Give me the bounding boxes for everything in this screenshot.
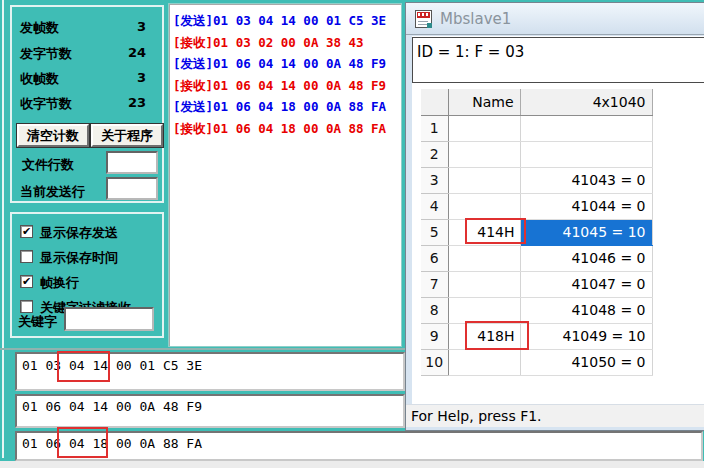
row-number[interactable]: 2 [421,141,448,167]
grid-row: 4 41044 = 0 [421,193,652,219]
current-send-line-input[interactable] [106,177,158,200]
log-line-recv: [接收]01 03 02 00 0A 38 43 [173,32,401,54]
screen: 发帧数 3 发字节数 24 收帧数 3 收字节数 23 清空计数 关于程序 文件… [0,0,704,468]
grid-corner-cell[interactable] [421,89,448,115]
grid-row: 1 [421,115,652,141]
recv-bytes-label: 收字节数 [20,95,72,113]
show-save-time-label: 显示保存时间 [40,249,118,267]
current-send-line-label: 当前发送行 [20,183,85,201]
annotation-box-04-18 [57,427,108,458]
grid-row-selected: 5 414H 41045 = 10 [421,219,652,245]
row-number[interactable]: 9 [421,323,448,349]
register-grid: Name 4x1040 1 2 3 41043 = 0 4 4104 [421,89,653,376]
row-number[interactable]: 5 [421,219,448,245]
row-number[interactable]: 1 [421,115,448,141]
sent-bytes-label: 发字节数 [20,45,72,63]
row-number[interactable]: 8 [421,297,448,323]
mbslave-titlebar[interactable]: Mbslave1 [406,3,704,35]
name-cell[interactable] [448,193,520,219]
log-line-send: [发送]01 06 04 14 00 0A 48 F9 [173,53,401,75]
grid-row: 3 41043 = 0 [421,167,652,193]
name-cell[interactable] [448,349,520,375]
row-number[interactable]: 4 [421,193,448,219]
grid-col-header-name[interactable]: Name [448,89,520,115]
row-number[interactable]: 7 [421,271,448,297]
name-cell[interactable] [448,141,520,167]
show-save-time-checkbox[interactable] [20,250,33,263]
send-line-input-2[interactable]: 01 06 04 14 00 0A 48 F9 [15,394,405,428]
register-cell[interactable]: 41049 = 10 [520,323,652,349]
status-bar: For Help, press F1. [406,404,704,427]
name-cell[interactable] [448,167,520,193]
frame-newline-checkbox[interactable]: ✔ [20,275,33,288]
register-cell[interactable]: 41043 = 0 [520,167,652,193]
register-cell[interactable] [520,141,652,167]
frame-newline-label: 帧换行 [40,274,79,292]
grid-row: 6 41046 = 0 [421,245,652,271]
keyword-filter-checkbox[interactable] [20,300,33,313]
mbslave-window: Mbslave1 ID = 1: F = 03 Name 4x1040 1 2 … [405,2,704,431]
grid-row: 8 41048 = 0 [421,297,652,323]
grid-row: 9 418H 41049 = 10 [421,323,652,349]
register-cell[interactable]: 41050 = 0 [520,349,652,375]
log-line-send: [发送]01 03 04 14 00 01 C5 3E [173,10,401,32]
keyword-input[interactable] [64,307,154,331]
stats-groupbox: 发帧数 3 发字节数 24 收帧数 3 收字节数 23 清空计数 关于程序 文件… [10,5,164,203]
register-cell[interactable]: 41046 = 0 [520,245,652,271]
annotation-box-04-14 [57,351,110,382]
file-lines-label: 文件行数 [22,156,74,174]
register-cell[interactable]: 41047 = 0 [520,271,652,297]
file-lines-input[interactable] [106,151,158,174]
comm-log-panel[interactable]: [发送]01 03 04 14 00 01 C5 3E [接收]01 03 02… [168,3,402,347]
name-cell[interactable] [448,271,520,297]
row-number[interactable]: 3 [421,167,448,193]
grid-col-header-register[interactable]: 4x1040 [520,89,652,115]
recv-frames-label: 收帧数 [20,70,59,88]
bottom-gray-strip [0,461,704,468]
send-line-input-3[interactable]: 01 06 04 18 00 0A 88 FA [15,431,703,461]
sent-frames-label: 发帧数 [20,19,59,37]
log-line-recv: [接收]01 06 04 18 00 0A 88 FA [173,118,401,140]
slave-id-function-bar: ID = 1: F = 03 [412,37,704,83]
row-number[interactable]: 6 [421,245,448,271]
name-cell[interactable] [448,115,520,141]
annotation-box-418h [465,321,529,350]
show-save-send-checkbox[interactable]: ✔ [20,225,33,238]
register-cell[interactable] [520,115,652,141]
register-cell-selected[interactable]: 41045 = 10 [520,219,652,245]
annotation-box-414h [465,218,526,244]
show-save-send-label: 显示保存发送 [40,224,118,242]
grid-row: 10 41050 = 0 [421,349,652,375]
recv-frames-value: 3 [137,70,146,85]
options-groupbox: ✔ 显示保存发送 显示保存时间 ✔ 帧换行 关键字过滤接收 关键字 [10,212,164,338]
grid-row: 7 41047 = 0 [421,271,652,297]
name-cell[interactable] [448,245,520,271]
about-program-button[interactable]: 关于程序 [91,124,163,147]
log-line-recv: [接收]01 06 04 14 00 0A 48 F9 [173,75,401,97]
register-cell[interactable]: 41044 = 0 [520,193,652,219]
window-title: Mbslave1 [440,10,511,28]
recv-bytes-value: 23 [128,95,146,110]
register-cell[interactable]: 41048 = 0 [520,297,652,323]
row-number[interactable]: 10 [421,349,448,375]
clear-count-button[interactable]: 清空计数 [17,124,89,147]
mbslave-doc-icon [415,10,432,28]
sent-bytes-value: 24 [128,45,146,60]
grid-header-row: Name 4x1040 [421,89,652,115]
name-cell[interactable] [448,297,520,323]
grid-row: 2 [421,141,652,167]
left-app-window-edge [2,0,4,458]
log-line-send: [发送]01 06 04 18 00 0A 88 FA [173,96,401,118]
keyword-label: 关键字 [18,313,57,331]
sent-frames-value: 3 [137,19,146,34]
